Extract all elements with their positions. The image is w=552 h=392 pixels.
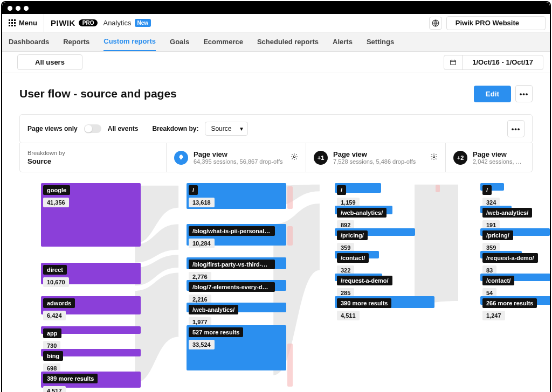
dropoff-indicator xyxy=(287,344,293,387)
tab-dashboards[interactable]: Dashboards xyxy=(9,33,49,51)
step-settings-button[interactable] xyxy=(291,153,298,162)
flow-diagram: google41,356direct10,670adwords6,424app7… xyxy=(19,183,533,392)
tab-alerts[interactable]: Alerts xyxy=(333,33,353,51)
flow-node[interactable]: /web-analytics/1,977 xyxy=(187,303,286,321)
flow-node[interactable]: 266 more results1,247 xyxy=(480,296,551,314)
node-label: google xyxy=(43,185,70,195)
page-title: User flow - source and pages xyxy=(19,87,177,100)
svg-point-3 xyxy=(433,156,435,158)
language-button[interactable] xyxy=(429,17,442,30)
page-views-only-label: Page views only xyxy=(27,125,78,132)
flow-node[interactable]: /blog/first-party-vs-third-part…2,776 xyxy=(187,257,286,276)
dropoff-indicator xyxy=(287,186,293,209)
flow-columns-header: Breakdown by Source Page view64,395 sess… xyxy=(19,143,533,172)
node-count: 1,247 xyxy=(482,311,505,320)
flow-node[interactable]: /blog/7-elements-every-dpa-…2,216 xyxy=(187,280,286,298)
window-chrome xyxy=(2,2,550,14)
node-label: 527 more results xyxy=(189,327,243,337)
all-events-label: All events xyxy=(108,125,139,132)
node-label: /web-analytics/ xyxy=(189,305,238,314)
date-range-picker[interactable]: 1/Oct/16 - 1/Oct/17 xyxy=(444,55,543,70)
step-badge xyxy=(174,151,188,165)
node-label: app xyxy=(43,328,61,338)
flow-node[interactable]: app730 xyxy=(41,326,141,345)
node-count: 4,511 xyxy=(337,311,360,320)
node-count: 10,670 xyxy=(43,277,69,287)
node-label: /web-analytics/ xyxy=(482,208,532,218)
brand-suffix: PRO xyxy=(79,19,98,26)
tab-ecommerce[interactable]: Ecommerce xyxy=(203,33,243,51)
flow-node[interactable]: google41,356 xyxy=(41,183,141,247)
events-toggle[interactable] xyxy=(84,124,101,133)
filter-bar: All users 1/Oct/16 - 1/Oct/17 xyxy=(2,52,550,73)
node-label: bing xyxy=(43,351,63,361)
flow-node[interactable]: /contact/54 xyxy=(480,274,551,292)
flow-node[interactable]: /request-a-demo/83 xyxy=(480,251,551,269)
flow-node[interactable]: /pricing/359 xyxy=(335,228,434,247)
more-actions-button[interactable]: ••• xyxy=(515,85,533,102)
step-title: Page view xyxy=(333,150,425,158)
breakdown-by-label: Breakdown by: xyxy=(152,125,198,132)
tab-settings[interactable]: Settings xyxy=(367,33,394,51)
flow-node[interactable]: 527 more results33,524 xyxy=(187,325,286,370)
flow-controls: Page views only All events Breakdown by:… xyxy=(19,114,533,143)
top-bar: Menu PIWIK PRO Analytics New Piwik PRO W… xyxy=(2,14,550,32)
flow-node[interactable]: 389 more results4,517 xyxy=(41,372,141,390)
flow-node[interactable]: /web-analytics/892 xyxy=(335,206,434,224)
flow-node[interactable]: direct10,670 xyxy=(41,263,141,284)
apps-grid-icon xyxy=(9,19,16,26)
node-count: 33,524 xyxy=(189,340,215,349)
site-selector[interactable]: Piwik PRO Website xyxy=(446,16,546,30)
calendar-icon xyxy=(444,55,463,69)
node-label: /contact/ xyxy=(337,253,369,263)
breakdown-col-label: Breakdown by xyxy=(27,150,65,156)
step-title: Page view xyxy=(473,150,525,158)
segment-selector[interactable]: All users xyxy=(17,54,82,70)
flow-node[interactable]: 390 more results4,511 xyxy=(335,296,434,314)
node-label: /blog/first-party-vs-third-part… xyxy=(189,260,275,269)
node-count: 10,284 xyxy=(189,239,215,248)
node-label: / xyxy=(337,185,346,195)
node-label: /web-analytics/ xyxy=(337,208,387,218)
flow-node[interactable]: /13,618 xyxy=(187,183,286,209)
node-count: 6,424 xyxy=(43,311,66,320)
flow-node[interactable]: adwords6,424 xyxy=(41,296,141,314)
flow-node[interactable]: bing698 xyxy=(41,349,141,367)
flow-node[interactable]: /324 xyxy=(480,183,551,201)
dropoff-indicator xyxy=(287,226,293,246)
step-badge: +2 xyxy=(453,151,467,165)
node-count: 13,618 xyxy=(189,198,215,207)
new-badge: New xyxy=(135,19,151,27)
step-subtitle: 64,395 sessions, 56,867 drop-offs xyxy=(194,158,285,165)
node-label: 389 more results xyxy=(43,374,98,383)
tab-reports[interactable]: Reports xyxy=(63,33,89,51)
tab-custom-reports[interactable]: Custom reports xyxy=(104,32,156,51)
node-label: /blog/what-is-pii-personal-da… xyxy=(189,226,275,236)
gear-icon xyxy=(430,153,438,160)
step-subtitle: 2,042 sessions, 1,240 xyxy=(473,158,525,165)
flow-node[interactable]: /1,159 xyxy=(335,183,434,201)
edit-button[interactable]: Edit xyxy=(474,86,511,102)
flow-node[interactable]: /pricing/359 xyxy=(480,228,551,247)
tab-scheduled-reports[interactable]: Scheduled reports xyxy=(257,33,319,51)
node-label: adwords xyxy=(43,298,75,308)
node-count: 4,517 xyxy=(43,386,66,392)
gear-icon xyxy=(291,153,298,160)
brand-name: PIWIK xyxy=(51,18,75,27)
nav-tabs: DashboardsReportsCustom reportsGoalsEcom… xyxy=(2,32,550,52)
flow-node[interactable]: /web-analytics/191 xyxy=(480,206,551,224)
flow-node[interactable]: /blog/what-is-pii-personal-da…10,284 xyxy=(187,224,286,246)
step-title: Page view xyxy=(194,150,285,158)
node-label: / xyxy=(189,185,198,195)
flow-node[interactable]: /request-a-demo/285 xyxy=(335,274,434,292)
main-menu-button[interactable]: Menu xyxy=(2,14,44,32)
breakdown-select[interactable]: Source xyxy=(205,122,248,136)
node-label: /pricing/ xyxy=(337,230,368,240)
flow-more-button[interactable]: ••• xyxy=(507,120,525,137)
flow-node[interactable]: /contact/322 xyxy=(335,251,434,269)
step-settings-button[interactable] xyxy=(430,153,438,162)
step-subtitle: 7,528 sessions, 5,486 drop-offs xyxy=(333,158,425,165)
tab-goals[interactable]: Goals xyxy=(170,33,189,51)
dropoff-indicator xyxy=(436,185,440,192)
step-badge: +1 xyxy=(314,151,328,165)
